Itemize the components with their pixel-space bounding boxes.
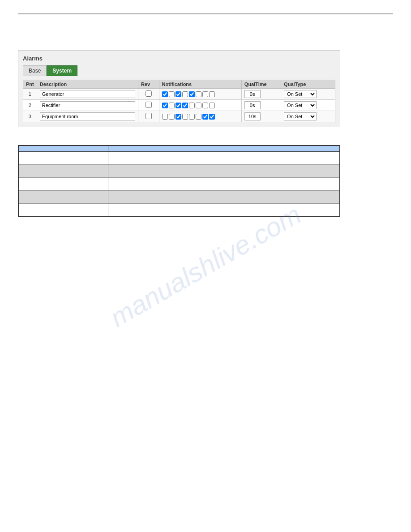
notif-checkbox-3[interactable] — [182, 114, 188, 120]
qual-time-cell — [241, 100, 281, 111]
lower-row-col2 — [108, 191, 340, 204]
qual-type-select[interactable]: On SetOn ResetBoth — [284, 112, 317, 120]
qual-time-cell — [241, 111, 281, 122]
lower-row-col1 — [18, 191, 108, 204]
notif-checkbox-4[interactable] — [189, 103, 195, 108]
notif-checkbox-4[interactable] — [189, 114, 195, 120]
notif-checkbox-0[interactable] — [162, 103, 168, 108]
notif-checkbox-7[interactable] — [209, 114, 215, 120]
lower-row-col1 — [18, 204, 108, 217]
tab-system[interactable]: System — [47, 65, 77, 76]
description-input[interactable] — [40, 90, 135, 98]
description-cell — [37, 100, 138, 111]
lower-row-col1 — [18, 178, 108, 191]
lower-table — [18, 145, 340, 217]
lower-row-col1 — [18, 165, 108, 178]
lower-row-col2 — [108, 178, 340, 191]
notif-checkbox-7[interactable] — [209, 103, 215, 108]
notif-checkbox-1[interactable] — [169, 114, 175, 120]
notif-checkbox-3[interactable] — [182, 91, 188, 97]
col-rev: Rev — [138, 80, 159, 89]
notif-checkbox-3[interactable] — [182, 103, 188, 108]
rev-cell — [138, 89, 159, 100]
qual-time-input[interactable] — [244, 101, 261, 109]
notif-checkbox-6[interactable] — [202, 91, 208, 97]
tabs: Base System — [23, 65, 335, 76]
lower-col-1 — [18, 146, 108, 152]
lower-row-col2 — [108, 204, 340, 217]
description-input[interactable] — [40, 101, 135, 109]
notif-checkbox-6[interactable] — [202, 103, 208, 108]
notif-checkbox-5[interactable] — [196, 114, 201, 120]
description-cell — [37, 111, 138, 122]
rev-cell — [138, 111, 159, 122]
notif-checkbox-7[interactable] — [209, 91, 215, 97]
notif-checkbox-2[interactable] — [176, 114, 181, 120]
lower-row-col2 — [108, 152, 340, 165]
col-pnt: Pnt — [23, 80, 37, 89]
notif-checkbox-1[interactable] — [169, 91, 175, 97]
col-qual-time: QualTime — [241, 80, 281, 89]
qual-time-cell — [241, 89, 281, 100]
lower-row-col1 — [18, 152, 108, 165]
qual-time-input[interactable] — [244, 90, 261, 98]
col-notifications: Notifications — [159, 80, 241, 89]
notif-checkbox-6[interactable] — [202, 114, 208, 120]
rev-checkbox[interactable] — [146, 90, 152, 97]
qual-type-select[interactable]: On SetOn ResetBoth — [284, 90, 317, 98]
notifications-cell — [159, 111, 241, 122]
qual-type-select[interactable]: On SetOn ResetBoth — [284, 101, 317, 109]
notif-checkbox-5[interactable] — [196, 103, 201, 108]
notif-checkbox-5[interactable] — [196, 91, 201, 97]
notifications-cell — [159, 100, 241, 111]
alarms-table: Pnt Description Rev Notifications QualTi… — [23, 80, 335, 122]
rev-checkbox[interactable] — [146, 102, 152, 108]
alarms-title: Alarms — [23, 55, 335, 62]
rev-cell — [138, 100, 159, 111]
notif-checkbox-2[interactable] — [176, 103, 181, 108]
notifications-cell — [159, 89, 241, 100]
pnt-cell: 3 — [23, 111, 37, 122]
notif-checkbox-4[interactable] — [189, 91, 195, 97]
lower-row-col2 — [108, 165, 340, 178]
qual-type-cell: On SetOn ResetBoth — [281, 111, 335, 122]
description-input[interactable] — [40, 112, 135, 120]
col-description: Description — [37, 80, 138, 89]
qual-time-input[interactable] — [244, 112, 261, 120]
pnt-cell: 2 — [23, 100, 37, 111]
lower-table-container — [18, 145, 340, 217]
qual-type-cell: On SetOn ResetBoth — [281, 100, 335, 111]
notif-checkbox-0[interactable] — [162, 114, 168, 120]
notif-checkbox-0[interactable] — [162, 91, 168, 97]
pnt-cell: 1 — [23, 89, 37, 100]
lower-col-2 — [108, 146, 340, 152]
alarms-container: Alarms Base System Pnt Description Rev N… — [18, 50, 340, 127]
col-qual-type: QualType — [281, 80, 335, 89]
notif-checkbox-1[interactable] — [169, 103, 175, 108]
notif-checkbox-2[interactable] — [176, 91, 181, 97]
tab-base[interactable]: Base — [23, 65, 47, 76]
rev-checkbox[interactable] — [146, 113, 152, 119]
qual-type-cell: On SetOn ResetBoth — [281, 89, 335, 100]
description-cell — [37, 89, 138, 100]
